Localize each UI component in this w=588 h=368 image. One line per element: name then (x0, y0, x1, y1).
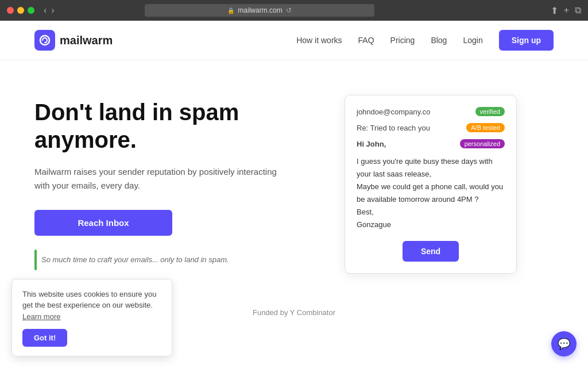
browser-traffic-lights (7, 7, 34, 14)
email-card: johndoe@company.co verified Re: Tried to… (345, 95, 517, 274)
logo-icon (34, 30, 55, 51)
nav-login[interactable]: Login (463, 36, 482, 45)
email-sender: johndoe@company.co (357, 108, 431, 116)
hero-note: So much time to craft your emails... onl… (34, 250, 310, 270)
email-sender-row: johndoe@company.co verified (357, 107, 505, 116)
browser-chrome: ‹ › 🔒 mailwarm.com ↺ ⬆ + ⧉ (0, 0, 588, 21)
signup-button[interactable]: Sign up (499, 30, 554, 51)
cookie-text: This website uses cookies to ensure you … (22, 289, 161, 323)
url-text: mailwarm.com (238, 6, 282, 14)
hero-note-bar (34, 250, 37, 270)
minimize-dot[interactable] (17, 7, 24, 14)
hero-subtitle: Mailwarm raises your sender reputation b… (34, 165, 310, 193)
main-content: Don't land in spam anymore. Mailwarm rai… (0, 60, 588, 297)
reload-icon[interactable]: ↺ (286, 6, 292, 14)
back-button[interactable]: ‹ (44, 5, 47, 16)
email-greeting: Hi John, (357, 140, 386, 148)
logo-text: mailwarm (60, 34, 113, 47)
personalized-badge: personalized (460, 139, 505, 148)
browser-actions: ⬆ + ⧉ (551, 5, 581, 16)
address-bar[interactable]: 🔒 mailwarm.com ↺ (145, 4, 374, 17)
logo[interactable]: mailwarm (34, 30, 113, 51)
tabs-icon[interactable]: ⧉ (575, 5, 581, 16)
close-dot[interactable] (7, 7, 14, 14)
cookie-banner: This website uses cookies to ensure you … (11, 279, 172, 357)
hero-right: johndoe@company.co verified Re: Tried to… (345, 95, 517, 274)
email-subject-row: Re: Tried to reach you A/B tested (357, 123, 505, 132)
cookie-message: This website uses cookies to ensure you … (22, 290, 156, 310)
hero-title: Don't land in spam anymore. (34, 98, 310, 154)
email-greeting-row: Hi John, personalized (357, 139, 505, 148)
lock-icon: 🔒 (227, 7, 234, 14)
nav-blog[interactable]: Blog (431, 36, 447, 45)
verified-badge: verified (475, 107, 505, 116)
share-icon[interactable]: ⬆ (551, 5, 558, 16)
got-it-button[interactable]: Got it! (22, 329, 67, 347)
email-body: I guess you're quite busy these days wit… (357, 155, 505, 232)
ab-tested-badge: A/B tested (466, 123, 505, 132)
nav-faq[interactable]: FAQ (358, 36, 374, 45)
forward-button[interactable]: › (51, 5, 54, 16)
reach-inbox-button[interactable]: Reach Inbox (34, 210, 172, 236)
header: mailwarm How it works FAQ Pricing Blog L… (0, 21, 588, 60)
hero-note-text: So much time to craft your emails... onl… (41, 255, 229, 264)
main-nav: How it works FAQ Pricing Blog Login Sign… (296, 30, 554, 51)
send-button[interactable]: Send (403, 241, 459, 262)
footer-text: Funded by Y Combinator (253, 308, 335, 317)
browser-nav: ‹ › (44, 5, 55, 16)
hero-left: Don't land in spam anymore. Mailwarm rai… (34, 98, 310, 270)
maximize-dot[interactable] (28, 7, 34, 14)
add-tab-icon[interactable]: + (564, 5, 569, 16)
email-subject: Re: Tried to reach you (357, 124, 430, 132)
chat-button[interactable]: 💬 (551, 331, 577, 356)
nav-how-it-works[interactable]: How it works (296, 36, 342, 45)
chat-icon: 💬 (558, 338, 570, 350)
nav-pricing[interactable]: Pricing (390, 36, 415, 45)
learn-more-link[interactable]: Learn more (22, 312, 60, 321)
email-body-text: I guess you're quite busy these days wit… (357, 157, 503, 229)
